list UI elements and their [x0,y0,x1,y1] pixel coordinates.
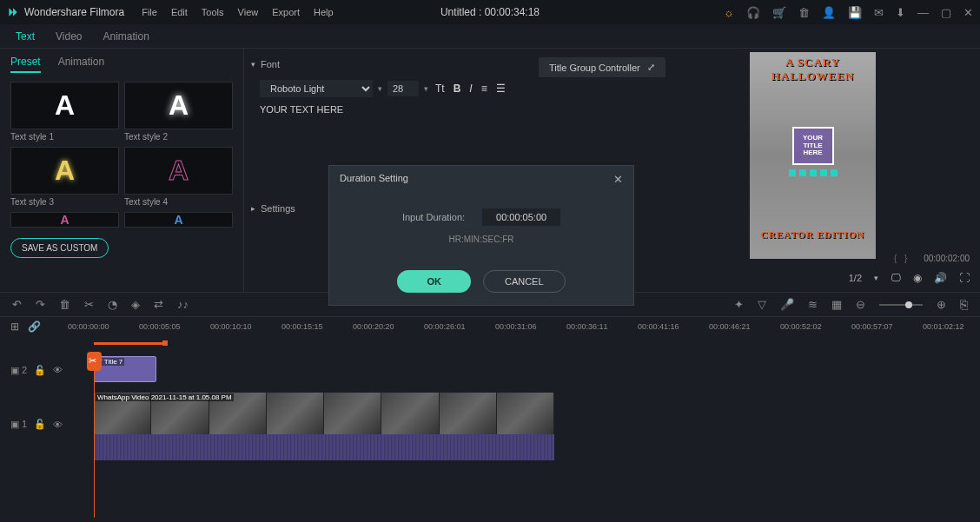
chevron-down-icon[interactable]: ▾ [874,274,878,282]
overlay-text-2: HALLOWEEN [753,69,872,83]
delete-icon[interactable]: 🗑 [59,298,70,311]
preset-item-1[interactable]: A Text style 1 [10,82,119,142]
preset-item-5[interactable]: A [10,212,119,228]
preset-item-2[interactable]: A Text style 2 [124,82,233,142]
mixer-icon[interactable]: ≋ [808,298,818,311]
align-justify-icon[interactable]: ☰ [494,83,507,95]
brace-left-icon: { [894,254,897,263]
save-icon[interactable]: 💾 [848,6,862,19]
ruler-tick: 00:00:15:15 [281,322,323,331]
message-icon[interactable]: ✉ [874,6,884,19]
lock-icon[interactable]: 🔓 [34,365,46,376]
preset-thumb: A [10,212,119,228]
playback-controls: 1/2 ▾ 🖵 ◉ 🔊 ⛶ [849,272,970,284]
render-icon[interactable]: ✦ [734,298,744,311]
tab-video[interactable]: Video [56,30,82,43]
fit-icon[interactable]: ⎘ [960,297,968,312]
preset-item-3[interactable]: A Text style 3 [10,147,119,207]
font-size-input[interactable] [387,81,419,96]
lock-icon[interactable]: 🔓 [34,419,46,430]
display-icon[interactable]: 🖵 [891,272,901,284]
menu-edit[interactable]: Edit [171,7,188,17]
text-content-input[interactable] [260,104,514,115]
audio-waveform[interactable] [94,434,554,460]
text-transform-icon[interactable]: Tt [434,83,447,95]
cut-icon[interactable]: ✂ [84,298,94,311]
eye-icon[interactable]: 👁 [53,365,63,375]
italic-icon[interactable]: I [467,83,473,95]
close-window-icon[interactable]: ✕ [963,6,973,19]
ruler-tick: 00:00:57:07 [851,322,893,331]
tab-text[interactable]: Text [16,30,35,43]
ruler-tick: 00:00:26:01 [424,322,466,331]
cart-icon[interactable]: 🛒 [772,6,786,19]
duration-format-hint: HR:MIN:SEC:FR [347,235,616,244]
zoom-out-icon[interactable]: ⊖ [856,298,865,311]
menu-export[interactable]: Export [272,7,300,17]
marker-icon[interactable]: ▽ [758,298,766,311]
ok-button[interactable]: OK [397,270,471,293]
camera-icon[interactable]: ◉ [913,272,922,284]
title-clip[interactable]: T Title 7 [94,356,156,382]
page-indicator: 1/2 [849,273,862,283]
menu-view[interactable]: View [238,7,259,17]
adjust-icon[interactable]: ⇄ [154,298,163,311]
download-icon[interactable]: ⬇ [896,6,905,19]
fullscreen-icon[interactable]: ⛶ [959,272,970,284]
tab-animation[interactable]: Animation [103,30,149,43]
menu-file[interactable]: File [142,7,157,17]
subtab-animation[interactable]: Animation [58,56,104,73]
audio-icon[interactable]: ♪♪ [177,298,189,311]
menu-tools[interactable]: Tools [202,7,224,17]
redo-icon[interactable]: ↷ [36,298,45,311]
ruler-tick: 00:00:52:02 [780,322,822,331]
preset-item-4[interactable]: A Text style 4 [124,147,233,207]
trash-icon[interactable]: 🗑 [798,6,810,19]
preset-item-6[interactable]: A [124,212,233,228]
clip-label: WhatsApp Video 2021-11-15 at 1.05.08 PM [96,393,234,401]
user-icon[interactable]: 👤 [822,6,836,19]
playhead[interactable]: ✂ [94,354,95,518]
save-as-custom-button[interactable]: SAVE AS CUSTOM [10,238,109,258]
chevron-down-icon: ▾ [378,84,382,93]
title-text-box[interactable]: YOUR TITLE HERE [792,127,834,165]
ruler-tick: 00:00:05:05 [139,322,181,331]
close-icon[interactable]: ✕ [613,173,623,186]
track-lane[interactable]: T Title 7 [64,354,980,386]
track-manage-icon[interactable]: ⊞ [10,320,19,333]
bold-icon[interactable]: B [452,83,463,95]
eye-icon[interactable]: 👁 [53,420,63,430]
ruler-tick: 00:01:02:12 [923,322,964,331]
range-indicator[interactable] [94,342,165,345]
link-icon[interactable]: 🔗 [28,320,41,333]
duration-input[interactable] [482,208,560,226]
maximize-icon[interactable]: ▢ [941,6,951,19]
undo-icon[interactable]: ↶ [12,298,22,311]
minimize-icon[interactable]: — [917,6,929,19]
mic-icon[interactable]: 🎤 [780,298,794,311]
align-left-icon[interactable]: ≡ [480,83,489,95]
picture-icon[interactable]: ▦ [831,298,842,311]
lightbulb-icon[interactable]: ☼ [724,6,734,19]
subtab-preset[interactable]: Preset [10,56,41,73]
video-clip[interactable]: WhatsApp Video 2021-11-15 at 1.05.08 PM [94,393,554,434]
menu-help[interactable]: Help [314,7,334,17]
timeline-ruler[interactable]: ⊞ 🔗 00:00:00:00 00:00:05:05 00:00:10:10 … [0,316,980,335]
crop-icon[interactable]: ◈ [131,298,140,311]
font-section-header[interactable]: Font [251,56,523,73]
volume-icon[interactable]: 🔊 [934,272,947,284]
zoom-slider[interactable] [879,304,923,306]
headphones-icon[interactable]: 🎧 [746,6,760,19]
font-family-select[interactable]: Roboto Light [260,80,373,97]
zoom-in-icon[interactable]: ⊕ [937,298,946,311]
title-group-controller-button[interactable]: Title Group Controller ⤢ [539,57,665,77]
selection-handles[interactable] [789,169,838,176]
overlay-text-3: CREATOR EDITION [750,229,876,240]
duration-setting-dialog: Duration Setting ✕ Input Duration: HR:MI… [328,165,634,306]
preview-video[interactable]: A SCARY HALLOWEEN YOUR TITLE HERE CREATO… [750,52,876,259]
cancel-button[interactable]: CANCEL [483,270,566,293]
input-duration-label: Input Duration: [402,212,465,222]
speed-icon[interactable]: ◔ [108,298,117,311]
titlebar-right-icons: ☼ 🎧 🛒 🗑 👤 💾 ✉ ⬇ — ▢ ✕ [724,6,973,19]
track-lane[interactable]: WhatsApp Video 2021-11-15 at 1.05.08 PM [64,393,980,464]
